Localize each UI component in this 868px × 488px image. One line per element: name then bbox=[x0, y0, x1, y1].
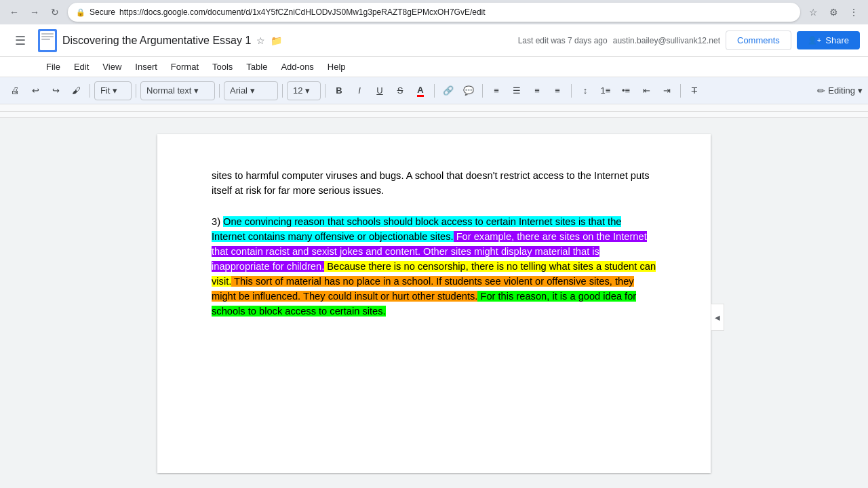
share-label: Share bbox=[825, 35, 849, 45]
folder-icon[interactable]: 📁 bbox=[271, 35, 282, 46]
header-actions: Last edit was 7 days ago austin.bailey@s… bbox=[507, 30, 860, 50]
bookmark-button[interactable]: ☆ bbox=[804, 3, 822, 21]
text-color-button[interactable]: A bbox=[411, 81, 430, 100]
secure-label: Secure bbox=[90, 7, 115, 17]
nav-buttons: ← → ↻ bbox=[5, 3, 64, 21]
menu-insert[interactable]: Insert bbox=[130, 59, 163, 75]
page-content: sites to harmful computer viruses and bu… bbox=[212, 168, 656, 319]
separator-5 bbox=[325, 84, 326, 98]
document-page: sites to harmful computer viruses and bu… bbox=[157, 134, 711, 473]
style-chevron: ▾ bbox=[194, 85, 199, 96]
docs-logo bbox=[38, 29, 57, 52]
menu-button[interactable]: ⋮ bbox=[845, 3, 863, 21]
font-value: Arial bbox=[230, 85, 248, 96]
menu-tools[interactable]: Tools bbox=[207, 59, 238, 75]
app-header: ☰ Discovering the Argumentative Essay 1 … bbox=[0, 24, 868, 57]
underline-button[interactable]: U bbox=[370, 81, 389, 100]
last-edit-text: Last edit was 7 days ago bbox=[518, 36, 608, 45]
numbered-list-button[interactable]: 1≡ bbox=[596, 81, 615, 100]
font-size-value: 12 bbox=[293, 85, 302, 96]
user-email: austin.bailey@sullivank12.net bbox=[613, 36, 720, 45]
menu-file[interactable]: File bbox=[41, 59, 66, 75]
doc-title[interactable]: Discovering the Argumentative Essay 1 bbox=[62, 35, 251, 47]
align-right-button[interactable]: ≡ bbox=[528, 81, 547, 100]
browser-actions: ☆ ⚙ ⋮ bbox=[804, 3, 863, 21]
link-button[interactable]: 🔗 bbox=[439, 81, 458, 100]
align-center-button[interactable]: ☰ bbox=[507, 81, 526, 100]
align-left-button[interactable]: ≡ bbox=[487, 81, 506, 100]
address-bar[interactable]: 🔒 Secure https://docs.google.com/documen… bbox=[68, 3, 800, 22]
menu-help[interactable]: Help bbox=[322, 59, 351, 75]
line-spacing-button[interactable]: ↕ bbox=[576, 81, 595, 100]
align-justify-button[interactable]: ≡ bbox=[548, 81, 567, 100]
title-area: Discovering the Argumentative Essay 1 ☆ … bbox=[62, 35, 502, 47]
back-button[interactable]: ← bbox=[5, 3, 23, 21]
separator-8 bbox=[571, 84, 572, 98]
paragraph-3: 3)One convincing reason that schools sho… bbox=[212, 214, 656, 319]
menu-hamburger-button[interactable]: ☰ bbox=[8, 28, 33, 53]
share-button[interactable]: 👤+ Share bbox=[797, 31, 860, 49]
bold-button[interactable]: B bbox=[330, 81, 349, 100]
menu-view[interactable]: View bbox=[97, 59, 127, 75]
comments-button[interactable]: Comments bbox=[726, 30, 791, 50]
bullet-list-button[interactable]: •≡ bbox=[616, 81, 635, 100]
style-dropdown[interactable]: Normal text ▾ bbox=[140, 81, 215, 100]
address-text: https://docs.google.com/document/d/1x4Y5… bbox=[119, 7, 486, 17]
print-button[interactable]: 🖨 bbox=[5, 81, 24, 100]
comment-inline-button[interactable]: 💬 bbox=[459, 81, 478, 100]
separator-7 bbox=[482, 84, 483, 98]
separator-1 bbox=[90, 84, 90, 98]
editing-chevron: ▾ bbox=[858, 85, 863, 96]
font-chevron: ▾ bbox=[250, 85, 255, 96]
editing-label: Editing bbox=[828, 85, 855, 96]
paint-format-button[interactable]: 🖌 bbox=[66, 81, 85, 100]
separator-4 bbox=[282, 84, 283, 98]
menu-format[interactable]: Format bbox=[165, 59, 204, 75]
redo-button[interactable]: ↪ bbox=[46, 81, 65, 100]
top-text-content: sites to harmful computer viruses and bu… bbox=[212, 170, 650, 196]
separator-6 bbox=[434, 84, 435, 98]
doc-title-row: Discovering the Argumentative Essay 1 ☆ … bbox=[62, 35, 502, 47]
ruler bbox=[0, 104, 868, 118]
share-icon: 👤+ bbox=[808, 36, 821, 45]
increase-indent-button[interactable]: ⇥ bbox=[657, 81, 676, 100]
secure-icon: 🔒 bbox=[76, 8, 85, 17]
decrease-indent-button[interactable]: ⇤ bbox=[637, 81, 656, 100]
clear-formatting-button[interactable]: T̶ bbox=[685, 81, 704, 100]
toolbar: 🖨 ↩ ↪ 🖌 Fit ▾ Normal text ▾ Arial ▾ 12 ▾… bbox=[0, 77, 868, 104]
font-dropdown[interactable]: Arial ▾ bbox=[224, 81, 278, 100]
paragraph-number: 3) bbox=[212, 216, 220, 227]
font-size-chevron: ▾ bbox=[305, 85, 310, 96]
strikethrough-button[interactable]: S bbox=[391, 81, 410, 100]
reload-button[interactable]: ↻ bbox=[46, 3, 64, 21]
browser-bar: ← → ↻ 🔒 Secure https://docs.google.com/d… bbox=[0, 0, 868, 24]
text-color-icon: A bbox=[417, 85, 423, 97]
separator-3 bbox=[219, 84, 220, 98]
top-text: sites to harmful computer viruses and bu… bbox=[212, 168, 656, 198]
italic-button[interactable]: I bbox=[350, 81, 369, 100]
ruler-line bbox=[0, 111, 868, 112]
style-value: Normal text bbox=[146, 85, 191, 96]
zoom-dropdown[interactable]: Fit ▾ bbox=[94, 81, 132, 100]
separator-9 bbox=[680, 84, 681, 98]
zoom-value: Fit bbox=[100, 85, 110, 96]
extensions-button[interactable]: ⚙ bbox=[825, 3, 842, 21]
separator-2 bbox=[136, 84, 136, 98]
forward-button[interactable]: → bbox=[26, 3, 43, 21]
font-size-dropdown[interactable]: 12 ▾ bbox=[287, 81, 321, 100]
menu-table[interactable]: Table bbox=[241, 59, 273, 75]
document-area[interactable]: sites to harmful computer viruses and bu… bbox=[0, 118, 868, 474]
pencil-icon: ✏ bbox=[817, 85, 825, 96]
menu-bar: File Edit View Insert Format Tools Table… bbox=[0, 57, 868, 77]
menu-addons[interactable]: Add-ons bbox=[275, 59, 319, 75]
zoom-chevron: ▾ bbox=[113, 85, 117, 96]
star-icon[interactable]: ☆ bbox=[256, 35, 265, 46]
menu-edit[interactable]: Edit bbox=[68, 59, 94, 75]
editing-indicator: ✏ Editing ▾ bbox=[817, 85, 863, 96]
undo-button[interactable]: ↩ bbox=[26, 81, 45, 100]
side-panel-button[interactable]: ◀ bbox=[711, 304, 724, 331]
